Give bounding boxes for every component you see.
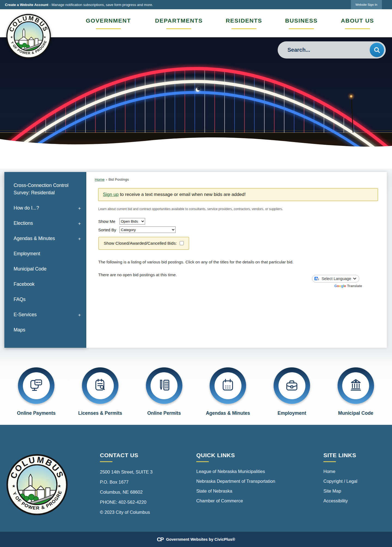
sidebar-item-e-services[interactable]: E-Services +: [4, 307, 86, 322]
sorted-by-select[interactable]: Category: [120, 226, 176, 233]
expand-plus-icon[interactable]: +: [78, 205, 81, 212]
search-icon: [373, 47, 381, 54]
translate-icon: A 文: [314, 276, 320, 281]
sidebar-menu: Cross-Connection Control Survey: Residen…: [4, 172, 86, 348]
icon-ring: [274, 367, 310, 404]
footer-link-copyright[interactable]: Copyright / Legal: [323, 476, 357, 486]
contact-address-line: 2500 14th Street, SUITE 3: [100, 467, 153, 477]
sidebar-item-faqs[interactable]: FAQs: [4, 292, 86, 307]
footer-link-sitemap[interactable]: Site Map: [323, 486, 357, 496]
icon-ring: [146, 367, 182, 404]
copyright-line: © 2023 City of Columbus: [100, 507, 153, 517]
footer-link-league[interactable]: League of Nebraska Municipalities: [196, 466, 275, 476]
footer-link-home[interactable]: Home: [323, 466, 357, 476]
breadcrumb-separator: ›: [106, 177, 107, 182]
icon-ring: [82, 367, 118, 404]
utility-bar: Create a Website Account - Manage notifi…: [0, 0, 392, 9]
expand-plus-icon[interactable]: +: [78, 235, 81, 242]
footer: CONTACT US 2500 14th Street, SUITE 3 P.O…: [0, 425, 392, 532]
tile-agendas-minutes[interactable]: Agendas & Minutes: [196, 367, 260, 425]
footer-city-logo: [6, 454, 68, 516]
nav-label: DEPARTMENTS: [155, 17, 203, 24]
nav-label: GOVERNMENT: [86, 17, 131, 24]
icon-ring: [18, 367, 54, 404]
nav-item-about-us[interactable]: ABOUT US: [341, 9, 374, 37]
calendar-icon: [219, 377, 236, 394]
account-promo: Create a Website Account - Manage notifi…: [0, 3, 153, 7]
tile-online-permits[interactable]: Online Permits: [132, 367, 196, 425]
nav-item-departments[interactable]: DEPARTMENTS: [155, 9, 203, 37]
sidebar-item-label: Maps: [14, 327, 25, 333]
site-links-heading: SITE LINKS: [323, 452, 357, 459]
signup-banner: Sign up to receive a text message or ema…: [98, 188, 378, 201]
tile-label: Agendas & Minutes: [196, 410, 260, 416]
sidebar-item-municipal-code[interactable]: Municipal Code: [4, 262, 86, 277]
tile-label: Licenses & Permits: [68, 410, 132, 416]
footer-link-ndot[interactable]: Nebraska Department of Transportation: [196, 476, 275, 486]
tile-municipal-code[interactable]: Municipal Code: [324, 367, 388, 425]
briefcase-icon: [283, 377, 300, 394]
breadcrumb-home-link[interactable]: Home: [95, 177, 105, 182]
closed-bids-box: Show Closed/Awarded/Cancelled Bids:: [98, 237, 189, 250]
nav-item-residents[interactable]: RESIDENTS: [226, 9, 262, 37]
nav-label: BUSINESS: [285, 17, 317, 24]
page: Create a Website Account - Manage notifi…: [0, 0, 392, 547]
nav-item-government[interactable]: GOVERNMENT: [86, 9, 131, 37]
bank-icon: [347, 377, 364, 394]
tile-online-payments[interactable]: Online Payments: [4, 367, 68, 425]
sidebar-item-label: Facebook: [14, 281, 35, 287]
footer-link-chamber[interactable]: Chamber of Commerce: [196, 496, 275, 506]
sidebar-item-how-do-i[interactable]: How do I...? +: [4, 201, 86, 216]
nav-item-business[interactable]: BUSINESS: [285, 9, 317, 37]
contact-phone: PHONE: 402-562-4220: [100, 497, 153, 507]
language-select[interactable]: A 文 Select Language: [312, 275, 359, 282]
show-me-select[interactable]: Open Bids: [120, 218, 145, 225]
breadcrumb: Home›Bid Postings: [95, 177, 378, 182]
footer-link-state[interactable]: State of Nebraska: [196, 486, 275, 496]
heading-underline: [100, 461, 112, 462]
tile-employment[interactable]: Employment: [260, 367, 324, 425]
expand-plus-icon[interactable]: +: [78, 311, 81, 319]
sidebar-item-elections[interactable]: Elections +: [4, 216, 86, 231]
tile-label: Online Permits: [132, 410, 196, 416]
closed-bids-label: Show Closed/Awarded/Cancelled Bids:: [104, 241, 177, 245]
footer-link-accessibility[interactable]: Accessibility: [323, 496, 357, 506]
sidebar-item-label: How do I...?: [14, 205, 39, 211]
chevron-down-icon: [353, 278, 356, 280]
city-logo[interactable]: [6, 14, 51, 59]
signup-link[interactable]: Sign up: [103, 192, 119, 197]
nav-label: RESIDENTS: [226, 17, 262, 24]
sidebar-item-label: Elections: [14, 220, 33, 226]
create-account-link[interactable]: Create a Website Account: [5, 3, 48, 7]
icon-ring: [338, 367, 374, 404]
sidebar-item-label: Agendas & Minutes: [14, 236, 55, 241]
payments-icon: [28, 377, 45, 394]
civicplus-icon: CP: [157, 536, 163, 543]
sorted-by-row: Sorted By Category: [98, 226, 378, 233]
moon-icon: [195, 87, 201, 93]
sidebar-item-employment[interactable]: Employment: [4, 246, 86, 262]
breadcrumb-current: Bid Postings: [109, 177, 129, 182]
civicplus-bar[interactable]: CP Government Websites by CivicPlus®: [0, 532, 392, 547]
footer-contact: CONTACT US 2500 14th Street, SUITE 3 P.O…: [100, 452, 153, 517]
closed-bids-checkbox[interactable]: [180, 241, 184, 245]
quick-links-heading: QUICK LINKS: [196, 452, 275, 459]
sidebar-item-cross-connection[interactable]: Cross-Connection Control Survey: Residen…: [4, 178, 86, 201]
main-panel: Home›Bid Postings Sign up to receive a t…: [86, 172, 387, 348]
search-button[interactable]: [370, 43, 384, 57]
sidebar-item-label: Employment: [14, 251, 40, 256]
search-input[interactable]: [287, 47, 364, 53]
civicplus-credit: Government Websites by CivicPlus®: [166, 537, 235, 542]
expand-plus-icon[interactable]: +: [78, 220, 81, 227]
sidebar-item-agendas-minutes[interactable]: Agendas & Minutes +: [4, 231, 86, 246]
website-signin-button[interactable]: Website Sign In: [351, 0, 382, 9]
svg-text:文: 文: [317, 278, 319, 280]
heading-underline: [323, 461, 336, 462]
sidebar-item-maps[interactable]: Maps: [4, 322, 86, 338]
sidebar-item-facebook[interactable]: Facebook: [4, 277, 86, 292]
main-nav: GOVERNMENT DEPARTMENTS RESIDENTS BUSINES…: [0, 9, 392, 37]
listing-description: The following is a listing of various bi…: [98, 260, 378, 264]
content-region: Cross-Connection Control Survey: Residen…: [0, 169, 392, 353]
tile-licenses-permits[interactable]: Licenses & Permits: [68, 367, 132, 425]
heading-underline: [196, 461, 209, 462]
